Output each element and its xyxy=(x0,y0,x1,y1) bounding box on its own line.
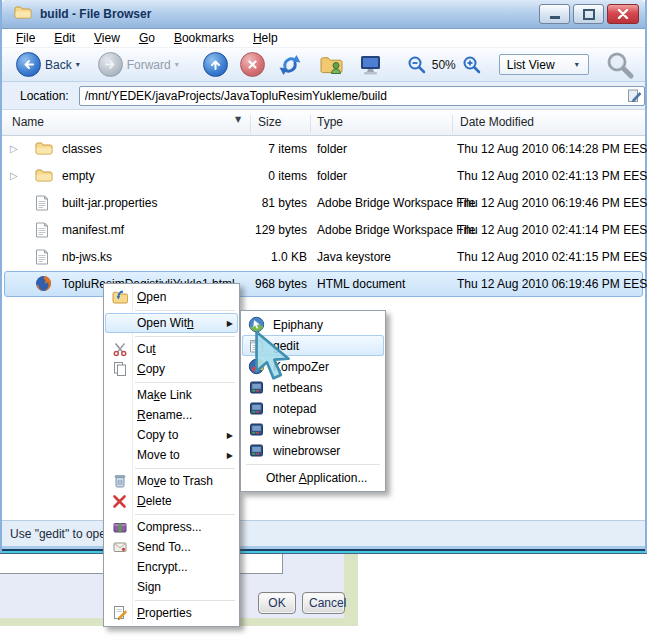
search-icon xyxy=(605,50,635,80)
column-divider[interactable] xyxy=(250,115,251,133)
submenu-arrow-icon: ▶ xyxy=(227,319,233,328)
submenu-item-winebrowser[interactable]: winebrowser xyxy=(242,419,384,440)
menu-item-send-to[interactable]: Send To... xyxy=(105,537,238,557)
menu-item-label: Compress... xyxy=(137,520,202,534)
menu-item-delete[interactable]: Delete xyxy=(105,491,238,511)
menu-item-compress[interactable]: Compress... xyxy=(105,517,238,537)
menu-item-move-to-trash[interactable]: Move to Trash xyxy=(105,471,238,491)
minimize-icon xyxy=(550,16,560,19)
menu-edit[interactable]: Edit xyxy=(54,31,75,45)
window-title: build - File Browser xyxy=(40,7,151,21)
menu-view[interactable]: View xyxy=(94,31,120,45)
wine-app-icon xyxy=(246,422,266,437)
back-label: Back xyxy=(45,58,72,72)
view-mode-value: List View xyxy=(507,58,555,72)
expander-icon[interactable]: ▷ xyxy=(10,143,18,154)
column-header-type[interactable]: Type xyxy=(317,115,343,129)
location-input[interactable] xyxy=(79,86,645,106)
file-size: 129 bytes xyxy=(227,223,307,237)
titlebar[interactable]: build - File Browser xyxy=(2,0,645,29)
ok-button[interactable]: OK xyxy=(258,592,296,614)
home-folder-button[interactable] xyxy=(319,54,345,76)
back-dropdown-icon[interactable]: ▾ xyxy=(76,60,80,69)
menu-item-label: Rename... xyxy=(137,408,192,422)
submenu-arrow-icon: ▶ xyxy=(227,451,233,460)
column-divider[interactable] xyxy=(452,115,453,133)
close-button[interactable] xyxy=(607,4,639,24)
table-row[interactable]: manifest.mf 129 bytes Adobe Bridge Works… xyxy=(2,217,645,244)
file-icon xyxy=(35,249,49,268)
file-size: 7 items xyxy=(227,142,307,156)
menu-item-label: Copy xyxy=(137,362,165,376)
menu-item-sign[interactable]: Sign xyxy=(105,577,238,597)
menu-item-open[interactable]: Open xyxy=(105,287,238,307)
submenu-item-label: Other Application... xyxy=(266,471,367,485)
maximize-button[interactable] xyxy=(573,4,604,24)
zoom-in-icon xyxy=(462,55,481,74)
file-size: 1.0 KB xyxy=(227,250,307,264)
submenu-item-label: notepad xyxy=(273,402,316,416)
menu-file[interactable]: File xyxy=(16,31,35,45)
window-folder-icon xyxy=(14,5,32,23)
table-row[interactable]: nb-jws.ks 1.0 KB Java keystore Thu 12 Au… xyxy=(2,244,645,271)
menu-item-label: Encrypt... xyxy=(137,560,188,574)
zoom-out-button[interactable] xyxy=(407,55,426,74)
file-date: Thu 12 Aug 2010 06:19:46 PM EEST xyxy=(457,277,645,291)
back-button[interactable]: Back ▾ xyxy=(16,52,82,77)
search-button[interactable] xyxy=(605,50,635,80)
menu-item-move-to[interactable]: Move to ▶ xyxy=(105,445,238,465)
file-type: HTML document xyxy=(317,277,457,291)
column-header-date[interactable]: Date Modified xyxy=(460,115,534,129)
minimize-button[interactable] xyxy=(539,4,570,24)
location-action-icon[interactable] xyxy=(627,88,642,106)
maximize-icon xyxy=(583,9,595,20)
menu-item-rename[interactable]: Rename... xyxy=(105,405,238,425)
expander-icon[interactable]: ▷ xyxy=(10,170,18,181)
submenu-item-notepad[interactable]: notepad xyxy=(242,398,384,419)
menu-item-make-link[interactable]: Make Link xyxy=(105,385,238,405)
menu-item-properties[interactable]: Properties xyxy=(105,603,238,623)
menu-item-encrypt[interactable]: Encrypt... xyxy=(105,557,238,577)
file-date: Thu 12 Aug 2010 06:19:46 PM EEST xyxy=(457,196,645,210)
submenu-item-other-application[interactable]: Other Application... xyxy=(242,467,384,488)
forward-icon xyxy=(98,52,123,77)
file-icon xyxy=(35,195,49,214)
computer-button[interactable] xyxy=(357,54,383,76)
table-row[interactable]: built-jar.properties 81 bytes Adobe Brid… xyxy=(2,190,645,217)
context-menu: Open Open With ▶ Cut Copy Make Link xyxy=(103,283,240,627)
menu-bookmarks[interactable]: Bookmarks xyxy=(174,31,234,45)
table-row[interactable]: ▷ empty 0 items folder Thu 12 Aug 2010 0… xyxy=(2,163,645,190)
menu-go[interactable]: Go xyxy=(139,31,155,45)
table-row-selected[interactable]: TopluResimDegistivliYukle1.html 968 byte… xyxy=(2,271,645,298)
column-header-size[interactable]: Size xyxy=(258,115,281,129)
submenu-arrow-icon: ▶ xyxy=(227,431,233,440)
file-date: Thu 12 Aug 2010 02:41:15 PM EEST xyxy=(457,250,645,264)
forward-button[interactable]: Forward ▾ xyxy=(98,52,181,77)
envelope-icon xyxy=(109,539,130,555)
menu-item-copy-to[interactable]: Copy to ▶ xyxy=(105,425,238,445)
cancel-button[interactable]: Cancel xyxy=(302,592,345,614)
view-mode-select[interactable]: List View ▾ xyxy=(499,54,589,75)
up-button[interactable] xyxy=(203,52,228,77)
wine-app-icon xyxy=(246,401,266,416)
table-row[interactable]: ▷ classes 7 items folder Thu 12 Aug 2010… xyxy=(2,136,645,163)
menu-help[interactable]: Help xyxy=(253,31,278,45)
home-folder-icon xyxy=(319,54,345,76)
file-icon xyxy=(35,222,49,241)
menu-item-label: Copy to xyxy=(137,428,178,442)
menu-item-label: Open With xyxy=(137,316,194,330)
archive-icon xyxy=(109,519,130,535)
zoom-in-button[interactable] xyxy=(462,55,481,74)
location-bar: Location: xyxy=(2,82,645,110)
column-header-name[interactable]: Name xyxy=(12,115,44,129)
menu-item-copy[interactable]: Copy xyxy=(105,359,238,379)
refresh-button[interactable] xyxy=(277,53,303,77)
menu-item-cut[interactable]: Cut xyxy=(105,339,238,359)
view-mode-caret-icon: ▾ xyxy=(575,60,579,69)
file-name: nb-jws.ks xyxy=(62,250,237,264)
submenu-item-winebrowser[interactable]: winebrowser xyxy=(242,440,384,461)
menu-item-label: Properties xyxy=(137,606,192,620)
column-divider[interactable] xyxy=(310,115,311,133)
menu-item-open-with[interactable]: Open With ▶ xyxy=(105,313,238,333)
properties-icon xyxy=(109,605,130,621)
